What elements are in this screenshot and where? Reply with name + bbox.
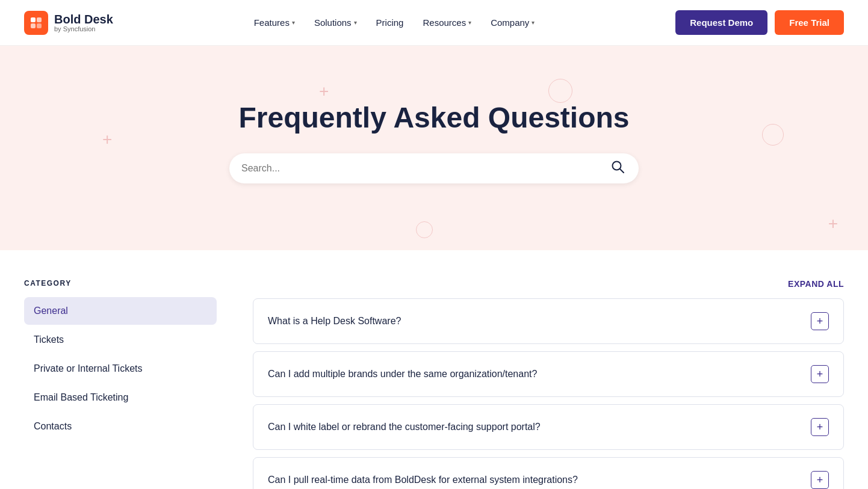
logo-text: Bold Desk by Syncfusion bbox=[54, 13, 113, 32]
search-button[interactable] bbox=[609, 158, 627, 179]
sidebar-item-private-tickets-label: Private or Internal Tickets bbox=[34, 363, 143, 374]
logo-brand: Bold Desk bbox=[54, 13, 113, 26]
sidebar: CATEGORY General Tickets Private or Inte… bbox=[24, 250, 229, 489]
faq-expand-icon-1[interactable]: + bbox=[811, 365, 829, 383]
faq-question-0-text: What is a Help Desk Software? bbox=[268, 316, 401, 327]
category-label: CATEGORY bbox=[24, 279, 217, 288]
faq-question-3-text: Can I pull real-time data from BoldDesk … bbox=[268, 475, 578, 485]
nav-resources[interactable]: Resources ▾ bbox=[415, 13, 479, 32]
search-icon bbox=[611, 160, 624, 173]
deco-circle-1 bbox=[548, 79, 572, 103]
svg-line-5 bbox=[620, 169, 624, 173]
nav-links: Features ▾ Solutions ▾ Pricing Resources… bbox=[247, 13, 542, 32]
nav-resources-label: Resources bbox=[423, 17, 466, 28]
svg-rect-0 bbox=[31, 17, 36, 22]
sidebar-item-contacts-label: Contacts bbox=[34, 421, 72, 431]
deco-plus-2: + bbox=[102, 130, 112, 149]
sidebar-item-tickets[interactable]: Tickets bbox=[24, 326, 217, 354]
faq-item-0: What is a Help Desk Software? + bbox=[253, 298, 844, 344]
faq-item-3: Can I pull real-time data from BoldDesk … bbox=[253, 457, 844, 489]
faq-expand-icon-3[interactable]: + bbox=[811, 471, 829, 489]
nav-company[interactable]: Company ▾ bbox=[483, 13, 542, 32]
sidebar-item-general-label: General bbox=[34, 306, 68, 316]
faq-question-0[interactable]: What is a Help Desk Software? + bbox=[253, 299, 843, 343]
hero-section: + + + Frequently Asked Questions bbox=[0, 46, 868, 250]
search-input[interactable] bbox=[241, 153, 609, 183]
faq-question-1[interactable]: Can I add multiple brands under the same… bbox=[253, 352, 843, 396]
faq-area: EXPAND ALL What is a Help Desk Software?… bbox=[229, 250, 844, 489]
chevron-down-icon: ▾ bbox=[354, 19, 357, 26]
search-bar bbox=[229, 153, 639, 183]
chevron-down-icon: ▾ bbox=[292, 19, 295, 26]
hero-title: Frequently Asked Questions bbox=[238, 101, 629, 134]
nav-features-label: Features bbox=[254, 17, 290, 28]
faq-expand-icon-0[interactable]: + bbox=[811, 312, 829, 330]
faq-question-2-text: Can I white label or rebrand the custome… bbox=[268, 422, 541, 432]
sidebar-item-email-ticketing-label: Email Based Ticketing bbox=[34, 392, 128, 402]
nav-features[interactable]: Features ▾ bbox=[247, 13, 302, 32]
nav-solutions-label: Solutions bbox=[314, 17, 352, 28]
chevron-down-icon: ▾ bbox=[532, 19, 535, 26]
sidebar-item-contacts[interactable]: Contacts bbox=[24, 413, 217, 440]
sidebar-item-tickets-label: Tickets bbox=[34, 334, 64, 345]
svg-rect-1 bbox=[37, 17, 42, 22]
svg-rect-2 bbox=[31, 23, 36, 28]
nav-pricing-label: Pricing bbox=[376, 17, 404, 28]
nav-company-label: Company bbox=[491, 17, 529, 28]
logo-icon bbox=[24, 11, 48, 35]
expand-all-row: EXPAND ALL bbox=[253, 279, 844, 289]
sidebar-item-general[interactable]: General bbox=[24, 297, 217, 325]
faq-question-3[interactable]: Can I pull real-time data from BoldDesk … bbox=[253, 458, 843, 489]
faq-item-1: Can I add multiple brands under the same… bbox=[253, 351, 844, 397]
nav-pricing[interactable]: Pricing bbox=[369, 13, 411, 32]
faq-item-2: Can I white label or rebrand the custome… bbox=[253, 404, 844, 450]
navbar: Bold Desk by Syncfusion Features ▾ Solut… bbox=[0, 0, 868, 46]
deco-circle-3 bbox=[416, 221, 433, 238]
nav-actions: Request Demo Free Trial bbox=[675, 10, 844, 35]
deco-plus-1: + bbox=[319, 82, 329, 101]
sidebar-item-private-tickets[interactable]: Private or Internal Tickets bbox=[24, 355, 217, 383]
faq-expand-icon-2[interactable]: + bbox=[811, 418, 829, 436]
logo[interactable]: Bold Desk by Syncfusion bbox=[24, 11, 113, 35]
main-content: CATEGORY General Tickets Private or Inte… bbox=[0, 250, 868, 489]
sidebar-item-email-ticketing[interactable]: Email Based Ticketing bbox=[24, 384, 217, 411]
faq-question-1-text: Can I add multiple brands under the same… bbox=[268, 369, 537, 380]
deco-plus-3: + bbox=[828, 214, 838, 233]
request-demo-button[interactable]: Request Demo bbox=[675, 10, 767, 35]
svg-rect-3 bbox=[37, 23, 42, 28]
deco-circle-2 bbox=[762, 124, 784, 146]
logo-sub: by Syncfusion bbox=[54, 26, 113, 32]
free-trial-button[interactable]: Free Trial bbox=[775, 10, 844, 35]
nav-solutions[interactable]: Solutions ▾ bbox=[307, 13, 364, 32]
expand-all-button[interactable]: EXPAND ALL bbox=[788, 279, 844, 289]
faq-question-2[interactable]: Can I white label or rebrand the custome… bbox=[253, 405, 843, 449]
chevron-down-icon: ▾ bbox=[468, 19, 471, 26]
